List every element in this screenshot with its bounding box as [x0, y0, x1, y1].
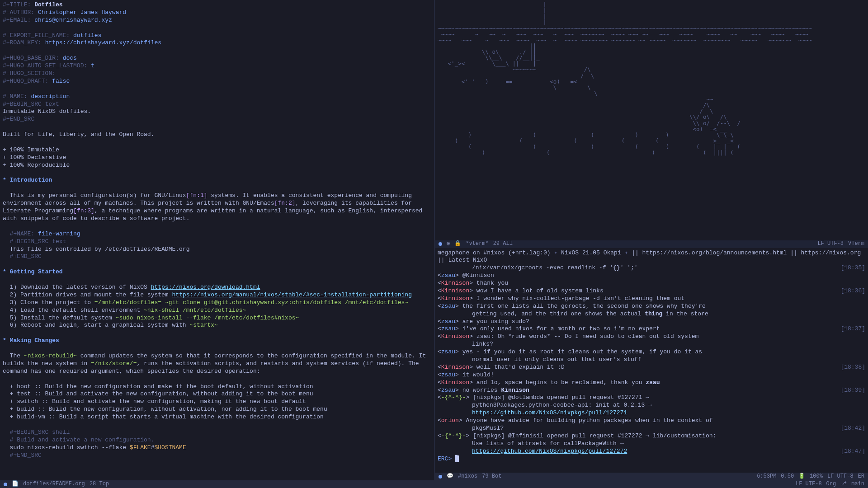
irc-message: <zsau> the first one lists all the gcroo…	[438, 303, 865, 310]
heading-making-changes[interactable]: Making Changes	[10, 337, 59, 344]
irc-mode: ER	[858, 473, 864, 480]
shell-comment: # Build and activate a new configuration…	[10, 436, 155, 443]
shell-var-flake: $FLAKE	[130, 444, 151, 451]
encoding: LF UTF-8	[796, 481, 822, 488]
irc-pane[interactable]: megaphone on #nixos (+nrt,lag:0) ✦ NixOS…	[435, 248, 868, 473]
email-keyword: #+EMAIL:	[3, 17, 31, 23]
desc-body: Immutable NixOS dotfiles.	[3, 108, 91, 115]
end-src-shell: #+END_SRC	[10, 452, 42, 459]
irc-message: pkgsMusl?[18:42]	[438, 425, 865, 432]
export-keyword: #+EXPORT_FILE_NAME:	[3, 32, 70, 39]
op-test: + test :: Build and activate the new con…	[10, 390, 313, 397]
ascii-art: | | | | ~~~~~~~~~~~~~~~~~~~~~~~~~~~~~~~~…	[438, 1, 865, 155]
name-desc-value: description	[31, 93, 70, 100]
gs-step-2a: 2) Partition drives and mount the file s…	[10, 291, 172, 298]
battery-icon: 🔋	[798, 473, 805, 480]
shell-cmd-a: sudo nixos-rebuild switch --flake	[10, 444, 130, 451]
irc-topic-line2: /nix/var/nix/gcroots -exec readlink -f '…	[438, 264, 865, 272]
irc-link[interactable]: https://github.com/NixOS/nixpkgs/pull/12…	[472, 448, 627, 455]
fw-body: This file is controlled by /etc/dotfiles…	[10, 246, 190, 253]
gs-step-4b: ~nix-shell /mnt/etc/dotfiles~	[144, 307, 246, 314]
vterm-buffer-name: *vterm*	[466, 240, 488, 248]
footnote-1[interactable]: [fn:1]	[186, 192, 208, 199]
vterm-modeline[interactable]: ◉ 🔒 *vterm* 29 All LF UTF-8 VTerm	[435, 240, 868, 248]
irc-message: <Kinnison> wow I have a lot of old syste…	[438, 287, 865, 295]
gs-step-5a: 5) Install the default system	[10, 314, 116, 321]
irc-position: 79 Bot	[482, 473, 501, 480]
irc-message: <-{^-^}-> [nixpkgs] @Infinisil opened pu…	[438, 432, 865, 440]
download-link[interactable]: https://nixos.org/download.html	[151, 284, 260, 291]
footnote-2[interactable]: [fn:2]	[274, 200, 296, 206]
major-mode: Org	[826, 481, 836, 488]
branch-icon: ⎇	[840, 481, 847, 488]
roam-keyword: #+ROAM_KEY:	[3, 39, 42, 46]
title-value: Dotfiles	[34, 1, 62, 8]
irc-message: <zsau> i've only used nixos for a month …	[438, 325, 865, 333]
battery-pct: 100%	[810, 473, 823, 480]
hugo-lastmod-value: t	[91, 62, 94, 69]
irc-link[interactable]: https://github.com/NixOS/nixpkgs/pull/12…	[472, 409, 627, 416]
erc-prompt: ERC>	[438, 455, 452, 462]
shell-var-hostname: $HOSTNAME	[154, 444, 186, 451]
gs-step-3a: 3) Clone the project to	[10, 299, 94, 306]
author-keyword: #+AUTHOR:	[3, 9, 34, 16]
irc-encoding: LF UTF-8	[827, 473, 854, 480]
modified-indicator-icon	[439, 475, 442, 479]
partition-link[interactable]: https://nixos.org/manual/nixos/stable/#s…	[172, 291, 412, 298]
begin-src-text: #+BEGIN_SRC text	[3, 101, 59, 108]
irc-message: Use lists of attrsets for callPackageWit…	[438, 440, 865, 448]
hugo-base-keyword: #+HUGO_BASE_DIR:	[3, 55, 59, 61]
irc-message: <zsau> no worries Kinnison[18:39]	[438, 387, 865, 394]
file-icon: 📄	[12, 481, 19, 488]
modified-indicator-icon	[4, 483, 7, 486]
lock-icon: 🔒	[454, 240, 461, 248]
end-src-fw: #+END_SRC	[10, 253, 42, 260]
hugo-draft-value: false	[52, 78, 70, 84]
load-avg: 0.50	[781, 473, 794, 480]
irc-message: <Kinnison> and lo, space begins to be re…	[438, 379, 865, 387]
erc-prompt-line[interactable]: ERC> ▋	[438, 455, 865, 463]
cursor-icon: ▋	[455, 455, 459, 462]
circle-icon: ◉	[447, 240, 450, 248]
vterm-position: 29 All	[493, 240, 513, 248]
mc-path-store: =/nix/store/=	[91, 360, 137, 367]
main-modeline[interactable]: 📄 dotfiles/README.org 28 Top LF UTF-8 Or…	[0, 480, 868, 488]
irc-message: <Kinnison> thank you	[438, 280, 865, 287]
gs-step-1a: 1) Download the latest version of NixOS	[10, 284, 151, 291]
heading-introduction[interactable]: Introduction	[10, 177, 52, 183]
irc-modeline[interactable]: 💬 #nixos 79 Bot 6:53PM 0.50 🔋 100% LF UT…	[435, 473, 868, 480]
buffer-name: dotfiles/README.org	[23, 481, 85, 488]
irc-message: https://github.com/NixOS/nixpkgs/pull/12…	[438, 409, 865, 417]
git-branch: main	[851, 481, 864, 488]
footnote-3[interactable]: [fn:3]	[73, 207, 94, 214]
mc-text-a: The	[10, 352, 24, 359]
heading-getting-started[interactable]: Getting Started	[10, 268, 63, 275]
irc-message: normal user it only cleans out that user…	[438, 356, 865, 364]
irc-message: <Kinnison> I wonder why nix-collect-garb…	[438, 295, 865, 303]
vterm-pane[interactable]: | | | | ~~~~~~~~~~~~~~~~~~~~~~~~~~~~~~~~…	[435, 0, 868, 240]
irc-message: python3Packages.python-ecobee-api: init …	[438, 402, 865, 409]
op-boot: + boot :: Build the new configuration an…	[10, 383, 313, 390]
email-value: chris@chrishayward.xyz	[34, 17, 112, 23]
intro-text-a: This is my personal configuration(s) for…	[10, 192, 186, 199]
bullet-immutable: + 100% Immutable	[3, 146, 59, 153]
bullet-declarative: + 100% Declarative	[3, 154, 66, 161]
name-fw-keyword: #+NAME:	[10, 230, 35, 237]
op-switch: + switch :: Build and activate the new c…	[10, 398, 306, 405]
heading-bullet: *	[3, 268, 6, 275]
hugo-base-value: docs	[63, 55, 77, 61]
name-desc-keyword: #+NAME:	[3, 93, 28, 100]
org-editor-pane[interactable]: #+TITLE: Dotfiles #+AUTHOR: Christopher …	[0, 0, 434, 480]
mc-code-rebuild: ~nixos-rebuild~	[24, 352, 77, 359]
irc-topic: megaphone on #nixos (+nrt,lag:0) ✦ NixOS…	[438, 249, 865, 265]
name-fw-value: file-warning	[38, 230, 80, 237]
heading-bullet: *	[3, 337, 6, 344]
vterm-mode: VTerm	[848, 240, 864, 248]
gs-step-5b: ~sudo nixos-install --flake /mnt/etc/dot…	[116, 314, 299, 321]
hugo-lastmod-keyword: #+HUGO_AUTO_SET_LASTMOD:	[3, 62, 87, 69]
irc-message: <Kinnison> well that'd explain it :D[18:…	[438, 364, 865, 371]
org-document[interactable]: #+TITLE: Dotfiles #+AUTHOR: Christopher …	[3, 1, 431, 459]
buffer-position: 28 Top	[90, 481, 109, 488]
chat-icon: 💬	[447, 473, 453, 480]
begin-src-shell: #+BEGIN_SRC shell	[10, 429, 70, 436]
